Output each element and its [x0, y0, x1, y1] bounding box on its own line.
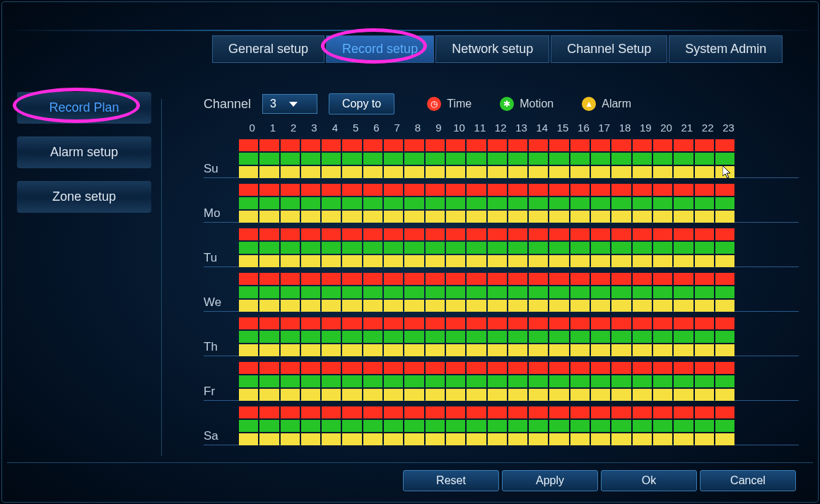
schedule-cell[interactable] — [426, 300, 445, 312]
schedule-cell[interactable] — [570, 331, 590, 343]
schedule-cell[interactable] — [384, 139, 403, 151]
tab-network-setup[interactable]: Network setup — [435, 35, 549, 63]
schedule-cell[interactable] — [322, 331, 341, 343]
schedule-cell[interactable] — [239, 139, 258, 151]
schedule-cell[interactable] — [570, 420, 590, 432]
schedule-cell[interactable] — [259, 375, 279, 387]
schedule-cell[interactable] — [591, 153, 610, 165]
schedule-cell[interactable] — [301, 389, 320, 401]
schedule-cell[interactable] — [239, 375, 258, 387]
schedule-cell[interactable] — [695, 389, 714, 401]
schedule-cell[interactable] — [653, 139, 672, 151]
schedule-cell[interactable] — [322, 228, 341, 240]
schedule-cell[interactable] — [633, 300, 652, 312]
schedule-cell[interactable] — [259, 228, 279, 240]
schedule-cell[interactable] — [384, 317, 403, 329]
schedule-cell[interactable] — [529, 389, 548, 401]
schedule-cell[interactable] — [281, 389, 300, 401]
schedule-cell[interactable] — [446, 317, 465, 329]
schedule-cell[interactable] — [426, 317, 445, 329]
schedule-cell[interactable] — [611, 228, 631, 240]
schedule-cell[interactable] — [529, 286, 548, 298]
schedule-cell[interactable] — [488, 317, 507, 329]
schedule-cell[interactable] — [549, 286, 568, 298]
schedule-cell[interactable] — [363, 286, 382, 298]
schedule-cell[interactable] — [404, 331, 423, 343]
reset-button[interactable]: Reset — [403, 470, 499, 491]
schedule-cell[interactable] — [549, 242, 568, 254]
schedule-cell[interactable] — [384, 211, 403, 223]
schedule-cell[interactable] — [259, 344, 279, 356]
schedule-cell[interactable] — [301, 375, 320, 387]
schedule-cell[interactable] — [715, 242, 734, 254]
schedule-cell[interactable] — [549, 166, 568, 178]
schedule-cell[interactable] — [342, 362, 361, 374]
schedule-cell[interactable] — [281, 228, 300, 240]
schedule-cell[interactable] — [384, 273, 403, 285]
schedule-cell[interactable] — [488, 420, 507, 432]
schedule-cell[interactable] — [695, 211, 714, 223]
schedule-cell[interactable] — [384, 375, 403, 387]
schedule-cell[interactable] — [611, 433, 631, 445]
schedule-cell[interactable] — [529, 406, 548, 418]
schedule-cell[interactable] — [404, 139, 423, 151]
schedule-cell[interactable] — [715, 362, 734, 374]
schedule-cell[interactable] — [281, 433, 300, 445]
schedule-cell[interactable] — [426, 420, 445, 432]
schedule-cell[interactable] — [384, 197, 403, 209]
schedule-cell[interactable] — [384, 389, 403, 401]
schedule-cell[interactable] — [281, 184, 300, 196]
schedule-cell[interactable] — [591, 242, 610, 254]
schedule-cell[interactable] — [570, 317, 590, 329]
schedule-cell[interactable] — [591, 273, 610, 285]
schedule-cell[interactable] — [446, 153, 465, 165]
schedule-cell[interactable] — [715, 300, 734, 312]
schedule-cell[interactable] — [322, 211, 341, 223]
schedule-cell[interactable] — [363, 184, 382, 196]
schedule-cell[interactable] — [342, 242, 361, 254]
schedule-cell[interactable] — [674, 184, 693, 196]
schedule-cell[interactable] — [404, 211, 423, 223]
schedule-cell[interactable] — [488, 406, 507, 418]
schedule-cell[interactable] — [322, 197, 341, 209]
schedule-cell[interactable] — [384, 286, 403, 298]
schedule-cell[interactable] — [633, 184, 652, 196]
schedule-cell[interactable] — [467, 255, 486, 267]
schedule-cell[interactable] — [591, 406, 610, 418]
schedule-cell[interactable] — [322, 273, 341, 285]
schedule-cell[interactable] — [281, 197, 300, 209]
schedule-cell[interactable] — [488, 433, 507, 445]
schedule-cell[interactable] — [695, 242, 714, 254]
schedule-cell[interactable] — [363, 375, 382, 387]
schedule-cell[interactable] — [404, 375, 423, 387]
schedule-cell[interactable] — [570, 139, 590, 151]
schedule-cell[interactable] — [281, 331, 300, 343]
schedule-cell[interactable] — [653, 197, 672, 209]
schedule-cell[interactable] — [467, 331, 486, 343]
schedule-cell[interactable] — [259, 255, 279, 267]
schedule-cell[interactable] — [322, 344, 341, 356]
schedule-cell[interactable] — [384, 331, 403, 343]
schedule-cell[interactable] — [342, 406, 361, 418]
schedule-cell[interactable] — [508, 375, 527, 387]
schedule-cell[interactable] — [426, 184, 445, 196]
schedule-cell[interactable] — [363, 228, 382, 240]
schedule-cell[interactable] — [633, 153, 652, 165]
schedule-cell[interactable] — [549, 389, 568, 401]
schedule-cell[interactable] — [404, 420, 423, 432]
schedule-cell[interactable] — [529, 153, 548, 165]
schedule-cell[interactable] — [259, 286, 279, 298]
schedule-cell[interactable] — [426, 362, 445, 374]
schedule-cell[interactable] — [570, 362, 590, 374]
schedule-cell[interactable] — [674, 420, 693, 432]
schedule-cell[interactable] — [508, 420, 527, 432]
schedule-cell[interactable] — [426, 331, 445, 343]
schedule-cell[interactable] — [674, 362, 693, 374]
schedule-cell[interactable] — [384, 362, 403, 374]
schedule-cell[interactable] — [301, 433, 320, 445]
schedule-cell[interactable] — [301, 362, 320, 374]
schedule-cell[interactable] — [259, 242, 279, 254]
schedule-cell[interactable] — [404, 344, 423, 356]
schedule-cell[interactable] — [322, 362, 341, 374]
schedule-cell[interactable] — [653, 184, 672, 196]
